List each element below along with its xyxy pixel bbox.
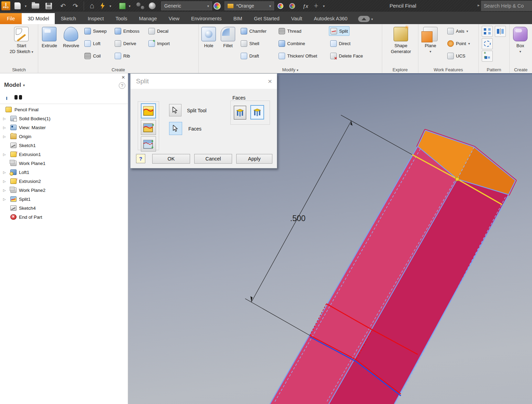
search-expand-icon[interactable]: ▸ xyxy=(478,3,480,8)
customize-toolbar-dropdown[interactable]: ▾ xyxy=(323,1,325,10)
tab-vault[interactable]: Vault xyxy=(285,13,308,24)
close-icon[interactable]: × xyxy=(268,77,272,85)
home-view-button[interactable]: ⌂ xyxy=(87,1,97,10)
plane-button[interactable]: Plane ▾ xyxy=(423,26,438,55)
split-tool-select-button[interactable] xyxy=(169,104,181,116)
coil-button[interactable]: Coil xyxy=(83,51,102,61)
mirror-button[interactable] xyxy=(495,26,506,37)
emboss-button[interactable]: Emboss xyxy=(113,26,141,36)
faces-select-button[interactable] xyxy=(169,122,182,135)
start-2d-sketch-button[interactable]: Start 2D Sketch ▾ xyxy=(9,26,34,55)
tree-item-origin[interactable]: ▷Origin xyxy=(0,132,128,141)
split-button[interactable]: Split xyxy=(329,26,350,36)
adjust-appearance-button[interactable] xyxy=(278,1,283,10)
ok-button[interactable]: OK xyxy=(152,154,190,164)
sketch-driven-pattern-button[interactable] xyxy=(482,51,493,62)
panel-label-modify[interactable]: Modify ▾ xyxy=(199,67,382,72)
tree-item-end-of-part[interactable]: End of Part xyxy=(0,213,128,221)
shell-button[interactable]: Shell xyxy=(239,39,261,48)
direct-edit-button[interactable]: Direct xyxy=(329,39,352,48)
expand-icon[interactable]: ▷ xyxy=(3,197,6,201)
tab-autodesk-a360[interactable]: Autodesk A360 xyxy=(308,13,354,24)
clear-appearance-button[interactable] xyxy=(289,1,295,10)
import-button[interactable]: Import xyxy=(147,39,171,48)
box-primitive-button[interactable]: Box ▾ xyxy=(512,26,528,55)
rib-button[interactable]: Rib xyxy=(113,51,132,61)
undo-button[interactable]: ↶ xyxy=(58,1,68,10)
ucs-button[interactable]: UCS xyxy=(446,51,467,61)
revolve-button[interactable]: Revolve xyxy=(62,26,80,49)
tree-item-extrusion1[interactable]: ▷Extrusion1 xyxy=(0,150,128,159)
sketch-vertex[interactable] xyxy=(456,177,459,181)
expand-icon[interactable]: ▷ xyxy=(3,188,6,192)
update-button[interactable] xyxy=(136,1,145,10)
axis-button[interactable]: Axis▾ xyxy=(446,26,470,36)
tree-item-work-plane2[interactable]: ▷Work Plane2 xyxy=(0,186,128,195)
tab-bim[interactable]: BIM xyxy=(228,13,248,24)
expand-icon[interactable]: ▷ xyxy=(3,135,6,138)
tab-inspect[interactable]: Inspect xyxy=(82,13,110,24)
help-search-box[interactable] xyxy=(481,1,532,11)
parameters-button[interactable]: ƒx xyxy=(301,1,310,10)
expand-icon[interactable]: ▷ xyxy=(3,117,6,121)
tab-tools[interactable]: Tools xyxy=(110,13,133,24)
tree-item-work-plane1[interactable]: Work Plane1 xyxy=(0,159,128,168)
tree-item-split1[interactable]: ▷Split1 xyxy=(0,195,128,204)
dimension-value[interactable]: .500 xyxy=(290,214,306,223)
tree-item-sketch4[interactable]: Sketch4 xyxy=(0,204,128,213)
help-icon[interactable]: ? xyxy=(119,82,125,89)
tree-item-sketch1[interactable]: Sketch1 xyxy=(0,141,128,150)
a360-cloud-icon[interactable] xyxy=(358,16,370,22)
tree-item-view-master[interactable]: ▷View: Master xyxy=(0,123,128,132)
expand-icon[interactable]: ▷ xyxy=(3,126,6,130)
performance-button[interactable] xyxy=(99,1,106,10)
add-quick-access-button[interactable]: + xyxy=(312,1,320,10)
help-search-input[interactable] xyxy=(481,3,529,9)
tab-manage[interactable]: Manage xyxy=(133,13,163,24)
rectangular-pattern-button[interactable] xyxy=(482,26,493,37)
derive-button[interactable]: Derive xyxy=(113,39,138,48)
hole-button[interactable]: Hole xyxy=(201,26,217,49)
save-button[interactable] xyxy=(45,1,52,10)
new-file-button[interactable] xyxy=(14,1,21,10)
redo-button[interactable]: ↷ xyxy=(70,1,81,10)
tab-view[interactable]: View xyxy=(163,13,185,24)
thread-button[interactable]: Thread xyxy=(277,26,303,36)
appearance-select[interactable]: *Orange ▾ xyxy=(225,1,274,10)
split-all-faces-button[interactable] xyxy=(234,106,246,120)
performance-dropdown[interactable]: ▾ xyxy=(109,1,111,10)
close-icon[interactable]: × xyxy=(122,74,125,81)
split-solid-type-button[interactable]: + + xyxy=(141,136,156,152)
material-browser-button[interactable] xyxy=(119,1,126,10)
tab-environments[interactable]: Environments xyxy=(185,13,228,24)
split-face-type-button[interactable] xyxy=(141,103,156,118)
tab-3d-model[interactable]: 3D Model xyxy=(22,13,55,24)
decal-button[interactable]: Decal xyxy=(147,26,170,36)
delete-face-button[interactable]: Delete Face xyxy=(329,51,364,61)
shape-generator-button[interactable]: Shape Generator xyxy=(390,26,412,55)
open-button[interactable] xyxy=(32,1,39,10)
cancel-button[interactable]: Cancel xyxy=(194,154,232,164)
sweep-button[interactable]: Sweep xyxy=(83,26,108,36)
tab-sketch[interactable]: Sketch xyxy=(55,13,82,24)
apply-button[interactable]: Apply xyxy=(236,154,272,164)
expand-icon[interactable]: ▷ xyxy=(3,153,6,156)
point-button[interactable]: Point▾ xyxy=(446,39,471,48)
dialog-help-button[interactable]: ? xyxy=(136,154,145,163)
split-dialog-titlebar[interactable]: Split × xyxy=(131,74,277,89)
filter-icon[interactable] xyxy=(3,94,10,100)
chamfer-button[interactable]: Chamfer xyxy=(239,26,268,36)
appearance-wheel-button[interactable] xyxy=(213,1,221,10)
trim-solid-type-button[interactable]: + xyxy=(141,120,156,135)
expand-icon[interactable]: ▷ xyxy=(3,179,6,183)
expand-icon[interactable]: ▷ xyxy=(3,170,6,174)
split-selected-faces-button[interactable] xyxy=(250,105,264,120)
loft-button[interactable]: Loft xyxy=(83,39,102,48)
search-tree-icon[interactable] xyxy=(14,94,22,100)
tree-item-loft1[interactable]: ▷Loft1 xyxy=(0,168,128,177)
new-file-dropdown[interactable]: ▾ xyxy=(25,1,27,10)
tab-file[interactable]: File xyxy=(0,13,22,24)
tree-item-pencil-final[interactable]: Pencil Final xyxy=(0,105,128,114)
tab-get-started[interactable]: Get Started xyxy=(248,13,285,24)
tree-item-solid-bodies[interactable]: ▷Solid Bodies(1) xyxy=(0,114,128,123)
